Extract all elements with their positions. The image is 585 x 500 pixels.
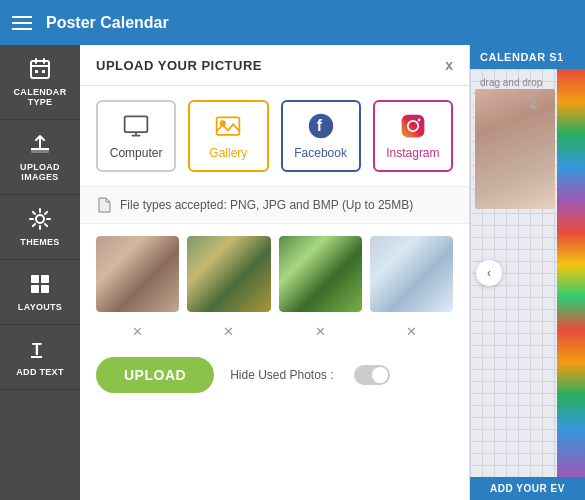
prev-nav-arrow[interactable]: ‹ xyxy=(476,260,502,286)
hamburger-menu[interactable] xyxy=(12,16,32,30)
upload-modal: UPLOAD YOUR PICTURE x Computer xyxy=(80,45,470,500)
image-grid xyxy=(80,224,469,324)
sidebar-label-themes: THEMES xyxy=(20,237,59,247)
upload-icon xyxy=(28,132,52,156)
svg-rect-0 xyxy=(31,61,49,78)
sidebar-item-layouts[interactable]: LAYOUTS xyxy=(0,260,80,325)
header-title: Poster Calendar xyxy=(46,14,169,32)
svg-rect-29 xyxy=(402,115,425,138)
text-icon: T xyxy=(28,337,52,361)
svg-rect-17 xyxy=(41,275,49,283)
modal-title: UPLOAD YOUR PICTURE xyxy=(96,58,262,73)
source-buttons: Computer Gallery f Facebook xyxy=(80,86,469,187)
computer-icon xyxy=(122,112,150,140)
hide-photos-label: Hide Used Photos : xyxy=(230,368,333,382)
file-info-bar: File types accepted: PNG, JPG and BMP (U… xyxy=(80,187,469,224)
thumb-preview-4 xyxy=(370,236,453,312)
svg-line-14 xyxy=(33,224,35,226)
modal-header: UPLOAD YOUR PICTURE x xyxy=(80,45,469,86)
decorative-border-strip xyxy=(557,69,585,477)
calendar-style-header: CALENDAR S1 xyxy=(470,45,585,69)
svg-rect-25 xyxy=(217,117,240,135)
sidebar-item-calendar-type[interactable]: CALENDAR TYPE xyxy=(0,45,80,120)
sidebar: CALENDAR TYPE UPLOAD IMAGES TH xyxy=(0,45,80,500)
calendar-canvas: drag and drop ↷ ‹ xyxy=(470,69,585,477)
facebook-icon: f xyxy=(307,112,335,140)
svg-line-13 xyxy=(45,224,47,226)
app-header: Poster Calendar xyxy=(0,0,585,45)
svg-line-12 xyxy=(33,212,35,214)
image-thumb-1[interactable] xyxy=(96,236,179,312)
sidebar-label-layouts: LAYOUTS xyxy=(18,302,62,312)
svg-rect-4 xyxy=(35,70,38,73)
upload-button[interactable]: UPLOAD xyxy=(96,357,214,393)
image-thumb-3[interactable] xyxy=(279,236,362,312)
image-thumb-2[interactable] xyxy=(187,236,270,312)
thumb-preview-1 xyxy=(96,236,179,312)
instagram-icon xyxy=(399,112,427,140)
delete-thumb-3[interactable]: ✕ xyxy=(279,324,362,339)
thumb-preview-2 xyxy=(187,236,270,312)
svg-rect-22 xyxy=(125,116,148,132)
source-gallery-btn[interactable]: Gallery xyxy=(188,100,268,172)
svg-text:T: T xyxy=(32,341,42,358)
sidebar-item-add-text[interactable]: T ADD TEXT xyxy=(0,325,80,390)
svg-rect-18 xyxy=(31,285,39,293)
delete-row: ✕ ✕ ✕ ✕ xyxy=(80,324,469,347)
calendar-photo-preview xyxy=(475,89,555,209)
svg-line-15 xyxy=(45,212,47,214)
source-instagram-label: Instagram xyxy=(386,146,439,160)
sun-icon xyxy=(28,207,52,231)
file-icon xyxy=(96,197,112,213)
source-gallery-label: Gallery xyxy=(209,146,247,160)
image-thumb-4[interactable] xyxy=(370,236,453,312)
content-area: UPLOAD YOUR PICTURE x Computer xyxy=(80,45,585,500)
sidebar-item-themes[interactable]: THEMES xyxy=(0,195,80,260)
svg-rect-19 xyxy=(41,285,49,293)
file-info-text: File types accepted: PNG, JPG and BMP (U… xyxy=(120,198,413,212)
delete-thumb-4[interactable]: ✕ xyxy=(370,324,453,339)
sidebar-label-upload: UPLOAD IMAGES xyxy=(20,162,60,182)
right-panel: CALENDAR S1 drag and drop ↷ ‹ ADD YOUR E… xyxy=(470,45,585,500)
svg-point-31 xyxy=(418,119,421,122)
source-facebook-label: Facebook xyxy=(294,146,347,160)
svg-rect-5 xyxy=(42,70,45,73)
hide-photos-toggle[interactable] xyxy=(354,365,390,385)
thumb-preview-3 xyxy=(279,236,362,312)
source-instagram-btn[interactable]: Instagram xyxy=(373,100,453,172)
modal-close-button[interactable]: x xyxy=(445,57,453,73)
gallery-icon xyxy=(214,112,242,140)
calendar-events-footer: ADD YOUR EV xyxy=(470,477,585,500)
sidebar-label-add-text: ADD TEXT xyxy=(16,367,63,377)
svg-text:f: f xyxy=(316,117,322,134)
calendar-icon xyxy=(28,57,52,81)
drag-drop-label: drag and drop xyxy=(480,77,542,88)
layouts-icon xyxy=(28,272,52,296)
source-facebook-btn[interactable]: f Facebook xyxy=(281,100,361,172)
sidebar-label-calendar: CALENDAR TYPE xyxy=(14,87,67,107)
sidebar-item-upload-images[interactable]: UPLOAD IMAGES xyxy=(0,120,80,195)
upload-footer: UPLOAD Hide Used Photos : xyxy=(80,347,469,403)
delete-thumb-2[interactable]: ✕ xyxy=(187,324,270,339)
svg-rect-16 xyxy=(31,275,39,283)
svg-point-7 xyxy=(36,215,44,223)
source-computer-btn[interactable]: Computer xyxy=(96,100,176,172)
main-layout: CALENDAR TYPE UPLOAD IMAGES TH xyxy=(0,45,585,500)
source-computer-label: Computer xyxy=(110,146,163,160)
delete-thumb-1[interactable]: ✕ xyxy=(96,324,179,339)
